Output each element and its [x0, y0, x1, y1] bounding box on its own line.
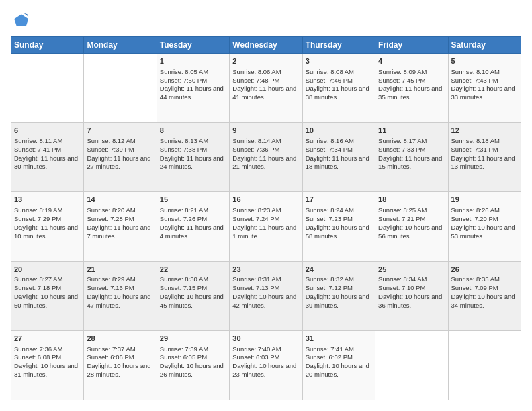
day-info: Sunrise: 7:36 AM	[14, 345, 81, 354]
day-info: Sunset: 7:33 PM	[378, 146, 445, 154]
calendar-week-row: 20Sunrise: 8:27 AMSunset: 7:18 PMDayligh…	[11, 261, 521, 330]
weekday-header: Tuesday	[157, 37, 229, 54]
day-info: Sunset: 7:20 PM	[451, 215, 518, 224]
day-info: Sunrise: 8:09 AM	[378, 68, 445, 77]
weekday-header: Sunday	[11, 37, 84, 54]
day-info: Sunrise: 8:27 AM	[14, 275, 81, 284]
calendar-cell: 14Sunrise: 8:20 AMSunset: 7:28 PMDayligh…	[84, 192, 157, 261]
day-info: Daylight: 11 hours and 13 minutes.	[451, 154, 518, 172]
day-info: Sunrise: 8:14 AM	[232, 137, 299, 146]
day-info: Sunrise: 8:20 AM	[87, 206, 153, 215]
weekday-header: Wednesday	[230, 37, 302, 54]
day-info: Sunrise: 8:05 AM	[160, 68, 226, 77]
day-info: Sunset: 7:50 PM	[160, 77, 226, 85]
day-info: Sunrise: 7:41 AM	[306, 345, 372, 354]
calendar-cell: 19Sunrise: 8:26 AMSunset: 7:20 PMDayligh…	[448, 192, 521, 261]
calendar-cell: 20Sunrise: 8:27 AMSunset: 7:18 PMDayligh…	[11, 261, 84, 330]
day-info: Sunrise: 8:35 AM	[451, 275, 518, 284]
day-info: Sunrise: 8:11 AM	[14, 137, 81, 146]
weekday-header: Monday	[84, 37, 157, 54]
day-info: Daylight: 11 hours and 38 minutes.	[306, 85, 372, 102]
day-number: 26	[451, 265, 518, 275]
day-info: Sunset: 7:29 PM	[14, 215, 81, 224]
calendar-cell: 17Sunrise: 8:24 AMSunset: 7:23 PMDayligh…	[302, 192, 375, 261]
day-info: Sunrise: 8:23 AM	[232, 206, 299, 215]
day-info: Daylight: 10 hours and 31 minutes.	[14, 362, 81, 379]
calendar-week-row: 13Sunrise: 8:19 AMSunset: 7:29 PMDayligh…	[11, 192, 521, 261]
day-number: 3	[306, 56, 372, 66]
calendar-cell: 22Sunrise: 8:30 AMSunset: 7:15 PMDayligh…	[157, 261, 229, 330]
day-number: 29	[160, 334, 226, 344]
day-info: Sunset: 7:24 PM	[232, 215, 299, 224]
day-info: Sunset: 6:08 PM	[14, 353, 81, 362]
calendar-cell	[448, 330, 521, 400]
logo	[11, 11, 32, 30]
calendar-table: SundayMondayTuesdayWednesdayThursdayFrid…	[11, 36, 521, 400]
day-number: 16	[232, 195, 299, 205]
day-number: 24	[306, 265, 372, 275]
day-info: Sunset: 7:10 PM	[378, 284, 445, 293]
day-info: Daylight: 11 hours and 30 minutes.	[14, 154, 81, 172]
day-number: 13	[14, 195, 81, 205]
day-info: Sunset: 7:26 PM	[160, 215, 226, 224]
day-number: 10	[306, 126, 372, 136]
day-info: Daylight: 10 hours and 45 minutes.	[160, 293, 226, 310]
day-info: Sunrise: 8:34 AM	[378, 275, 445, 284]
day-number: 17	[306, 195, 372, 205]
day-info: Sunset: 7:31 PM	[451, 146, 518, 154]
day-info: Daylight: 11 hours and 1 minute.	[232, 224, 299, 241]
day-info: Sunset: 7:16 PM	[87, 284, 153, 293]
day-info: Sunrise: 8:24 AM	[306, 206, 372, 215]
day-number: 6	[14, 126, 81, 136]
calendar-cell: 29Sunrise: 7:39 AMSunset: 6:05 PMDayligh…	[157, 330, 229, 400]
calendar-cell	[84, 54, 157, 123]
day-info: Sunset: 7:38 PM	[160, 146, 226, 154]
day-info: Sunset: 6:02 PM	[306, 353, 372, 362]
day-info: Daylight: 11 hours and 15 minutes.	[378, 154, 445, 172]
calendar-cell: 13Sunrise: 8:19 AMSunset: 7:29 PMDayligh…	[11, 192, 84, 261]
day-info: Daylight: 11 hours and 10 minutes.	[14, 224, 81, 241]
page: SundayMondayTuesdayWednesdayThursdayFrid…	[0, 0, 532, 411]
day-number: 23	[232, 265, 299, 275]
day-info: Sunrise: 8:25 AM	[378, 206, 445, 215]
calendar-cell: 9Sunrise: 8:14 AMSunset: 7:36 PMDaylight…	[230, 123, 302, 192]
day-number: 14	[87, 195, 153, 205]
day-info: Sunset: 7:23 PM	[306, 215, 372, 224]
calendar-cell: 23Sunrise: 8:31 AMSunset: 7:13 PMDayligh…	[230, 261, 302, 330]
day-number: 11	[378, 126, 445, 136]
day-info: Sunset: 6:03 PM	[232, 353, 299, 362]
calendar-cell: 6Sunrise: 8:11 AMSunset: 7:41 PMDaylight…	[11, 123, 84, 192]
day-info: Sunset: 7:34 PM	[306, 146, 372, 154]
calendar-week-row: 27Sunrise: 7:36 AMSunset: 6:08 PMDayligh…	[11, 330, 521, 400]
weekday-row: SundayMondayTuesdayWednesdayThursdayFrid…	[11, 37, 521, 54]
calendar-cell: 25Sunrise: 8:34 AMSunset: 7:10 PMDayligh…	[375, 261, 448, 330]
day-info: Daylight: 11 hours and 35 minutes.	[378, 85, 445, 102]
calendar-cell	[11, 54, 84, 123]
calendar-cell: 28Sunrise: 7:37 AMSunset: 6:06 PMDayligh…	[84, 330, 157, 400]
day-info: Daylight: 10 hours and 53 minutes.	[451, 224, 518, 241]
day-info: Daylight: 11 hours and 33 minutes.	[451, 85, 518, 102]
calendar-cell: 2Sunrise: 8:06 AMSunset: 7:48 PMDaylight…	[230, 54, 302, 123]
calendar-body: 1Sunrise: 8:05 AMSunset: 7:50 PMDaylight…	[11, 54, 521, 400]
day-info: Sunset: 7:46 PM	[306, 77, 372, 85]
day-number: 2	[232, 56, 299, 66]
day-info: Daylight: 10 hours and 42 minutes.	[232, 293, 299, 310]
day-number: 1	[160, 56, 226, 66]
day-number: 25	[378, 265, 445, 275]
day-info: Sunrise: 8:08 AM	[306, 68, 372, 77]
day-info: Sunrise: 8:17 AM	[378, 137, 445, 146]
day-info: Sunrise: 8:12 AM	[87, 137, 153, 146]
calendar-cell: 11Sunrise: 8:17 AMSunset: 7:33 PMDayligh…	[375, 123, 448, 192]
calendar-cell: 7Sunrise: 8:12 AMSunset: 7:39 PMDaylight…	[84, 123, 157, 192]
day-number: 4	[378, 56, 445, 66]
day-info: Sunrise: 8:32 AM	[306, 275, 372, 284]
weekday-header: Saturday	[448, 37, 521, 54]
day-info: Sunset: 7:39 PM	[87, 146, 153, 154]
day-info: Daylight: 10 hours and 26 minutes.	[160, 362, 226, 379]
day-info: Sunset: 7:18 PM	[14, 284, 81, 293]
day-info: Sunrise: 8:29 AM	[87, 275, 153, 284]
day-info: Sunset: 7:45 PM	[378, 77, 445, 85]
day-info: Sunset: 7:21 PM	[378, 215, 445, 224]
calendar-cell: 12Sunrise: 8:18 AMSunset: 7:31 PMDayligh…	[448, 123, 521, 192]
day-info: Daylight: 11 hours and 24 minutes.	[160, 154, 226, 172]
